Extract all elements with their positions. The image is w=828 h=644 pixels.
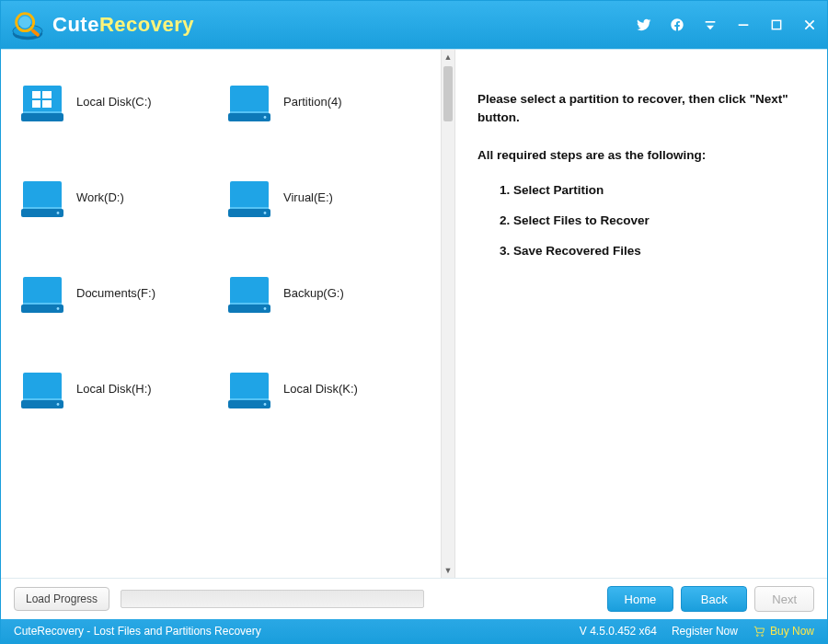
partition-item[interactable]: Documents(F:) <box>19 267 226 318</box>
twitter-icon[interactable] <box>636 17 652 33</box>
drive-icon <box>226 176 272 218</box>
load-progress-button[interactable]: Load Progress <box>14 587 109 611</box>
scrollbar[interactable]: ▲ ▼ <box>441 50 455 578</box>
progress-bar <box>121 590 424 608</box>
svg-point-35 <box>264 403 267 406</box>
app-title-prefix: Cute <box>52 13 99 36</box>
svg-point-3 <box>19 17 31 29</box>
drive-icon <box>226 367 272 409</box>
partition-label: Partition(4) <box>283 95 342 109</box>
partition-panel: Local Disk(C:)Partition(4)Work(D:)Virual… <box>1 50 441 578</box>
app-window: CuteRecovery L <box>0 0 828 644</box>
svg-point-36 <box>756 635 758 637</box>
svg-marker-6 <box>707 26 714 30</box>
svg-rect-11 <box>32 91 40 98</box>
drive-icon <box>226 271 272 314</box>
maximize-icon[interactable] <box>768 17 785 33</box>
instructions-steps-list: 1. Select Partition2. Select Files to Re… <box>477 183 803 258</box>
svg-point-29 <box>264 307 267 310</box>
partition-label: Backup(G:) <box>283 286 344 300</box>
app-logo: CuteRecovery <box>10 7 194 42</box>
svg-rect-5 <box>706 21 716 23</box>
partition-item[interactable]: Local Disk(K:) <box>226 362 433 414</box>
partition-item[interactable]: Local Disk(H:) <box>19 362 226 414</box>
instructions-intro: Please select a partition to recover, th… <box>477 90 803 128</box>
partition-item[interactable]: Partition(4) <box>226 75 433 127</box>
instruction-step: 1. Select Partition <box>500 183 803 197</box>
partition-label: Local Disk(K:) <box>283 382 358 396</box>
minimize-icon[interactable] <box>735 17 752 33</box>
instructions-panel: Please select a partition to recover, th… <box>455 50 827 578</box>
svg-point-37 <box>762 635 764 637</box>
buy-now-label: Buy Now <box>770 625 814 638</box>
facebook-icon[interactable] <box>669 17 685 33</box>
menu-dropdown-icon[interactable] <box>702 17 719 33</box>
scroll-thumb[interactable] <box>443 66 453 121</box>
app-logo-icon <box>10 7 45 42</box>
partition-item[interactable]: Virual(E:) <box>226 171 433 223</box>
svg-rect-22 <box>230 207 269 209</box>
svg-rect-34 <box>230 398 269 400</box>
svg-rect-14 <box>42 100 52 108</box>
close-icon[interactable] <box>801 17 818 33</box>
partition-item[interactable]: Local Disk(C:) <box>19 75 226 127</box>
svg-rect-7 <box>739 24 749 26</box>
svg-rect-13 <box>32 100 40 108</box>
svg-point-26 <box>57 307 60 310</box>
back-button[interactable]: Back <box>681 586 747 612</box>
instruction-step: 2. Select Files to Recover <box>500 213 803 227</box>
scroll-track[interactable] <box>442 64 454 563</box>
status-bar: CuteRecovery - Lost Files and Partitions… <box>1 619 827 643</box>
svg-point-17 <box>264 116 267 119</box>
status-text: CuteRecovery - Lost Files and Partitions… <box>14 625 261 638</box>
svg-rect-12 <box>42 91 52 98</box>
drive-icon <box>19 176 65 218</box>
app-title-suffix: Recovery <box>99 13 194 36</box>
home-button[interactable]: Home <box>607 586 674 612</box>
svg-rect-28 <box>230 303 269 305</box>
next-button[interactable]: Next <box>754 586 814 612</box>
partition-label: Local Disk(C:) <box>76 95 152 109</box>
register-link[interactable]: Register Now <box>672 625 738 638</box>
button-bar: Load Progress Home Back Next <box>1 579 827 619</box>
scroll-down-arrow[interactable]: ▼ <box>442 563 454 578</box>
svg-rect-16 <box>230 111 269 113</box>
svg-point-23 <box>264 212 267 214</box>
drive-icon <box>19 80 65 122</box>
buy-now-link[interactable]: Buy Now <box>753 625 814 638</box>
instructions-steps-heading: All required steps are as the following: <box>477 146 803 165</box>
title-bar: CuteRecovery <box>1 1 827 49</box>
partition-label: Local Disk(H:) <box>76 382 152 396</box>
partition-item[interactable]: Work(D:) <box>19 171 226 223</box>
svg-rect-25 <box>23 303 62 305</box>
instruction-step: 3. Save Recovered Files <box>500 244 803 258</box>
app-title: CuteRecovery <box>52 13 194 37</box>
status-version: V 4.5.0.452 x64 <box>580 625 657 638</box>
partition-item[interactable]: Backup(G:) <box>226 267 433 318</box>
svg-rect-9 <box>21 113 63 121</box>
drive-icon <box>19 271 65 314</box>
main-content: Local Disk(C:)Partition(4)Work(D:)Virual… <box>1 49 827 579</box>
cart-icon <box>753 625 765 638</box>
titlebar-actions <box>636 17 818 33</box>
svg-rect-19 <box>23 207 62 209</box>
svg-rect-8 <box>772 20 780 29</box>
scroll-up-arrow[interactable]: ▲ <box>442 50 454 64</box>
svg-rect-31 <box>23 398 62 400</box>
partition-label: Work(D:) <box>76 190 124 204</box>
svg-point-32 <box>57 403 60 406</box>
drive-icon <box>226 80 272 122</box>
partition-label: Virual(E:) <box>283 190 333 204</box>
partition-label: Documents(F:) <box>76 286 155 300</box>
drive-icon <box>19 367 65 409</box>
svg-rect-10 <box>23 111 62 113</box>
svg-point-20 <box>57 212 60 214</box>
